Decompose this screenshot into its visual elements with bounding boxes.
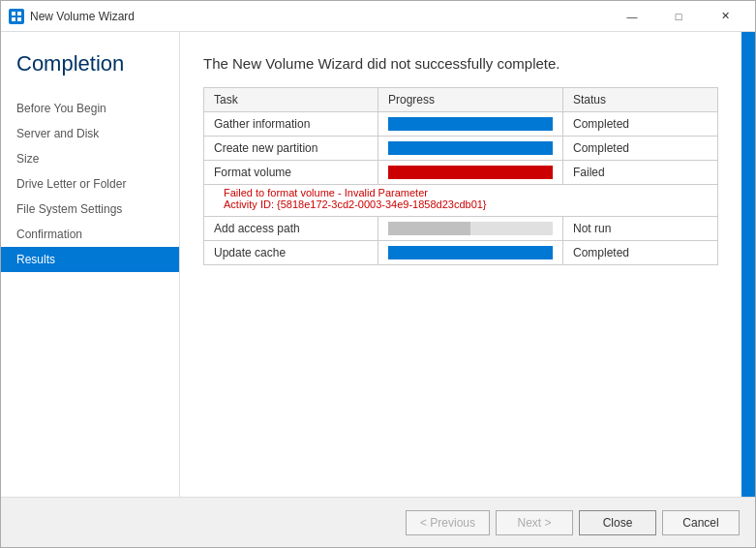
progress-cell (378, 161, 563, 185)
minimize-button[interactable]: — (610, 2, 654, 31)
progress-bar-fill (388, 117, 553, 131)
progress-bar-container (388, 117, 553, 131)
task-cell: Gather information (204, 112, 378, 137)
progress-cell (378, 112, 563, 137)
footer: < Previous Next > Close Cancel (1, 497, 755, 547)
window: New Volume Wizard — □ ✕ Completion Befor… (0, 0, 756, 548)
progress-bar-container (388, 166, 553, 179)
status-cell: Failed (563, 161, 718, 185)
progress-bar-container (388, 141, 553, 155)
sidebar: Completion Before You Begin Server and D… (1, 32, 180, 497)
window-controls: — □ ✕ (610, 2, 747, 31)
table-row: Format volumeFailed (204, 161, 718, 185)
sidebar-item-file-system[interactable]: File System Settings (1, 197, 179, 222)
app-icon (9, 9, 24, 24)
sidebar-item-drive-letter[interactable]: Drive Letter or Folder (1, 171, 179, 197)
progress-bar-container (388, 222, 553, 235)
task-cell: Format volume (204, 161, 378, 185)
error-detail-row: Failed to format volume - Invalid Parame… (204, 185, 718, 217)
close-window-button[interactable]: ✕ (703, 2, 747, 31)
table-row: Create new partitionCompleted (204, 137, 718, 161)
progress-bar-fill (388, 246, 553, 259)
svg-rect-2 (12, 17, 15, 21)
previous-button[interactable]: < Previous (406, 510, 490, 535)
svg-rect-0 (12, 12, 15, 15)
close-button[interactable]: Close (579, 510, 656, 535)
col-progress: Progress (378, 88, 563, 112)
table-row: Update cacheCompleted (204, 241, 718, 265)
col-status: Status (563, 88, 718, 112)
status-cell: Not run (563, 217, 718, 241)
status-cell: Completed (563, 241, 718, 265)
progress-cell (378, 217, 563, 241)
sidebar-item-confirmation[interactable]: Confirmation (1, 222, 179, 247)
sidebar-page-title: Completion (1, 51, 179, 96)
next-button[interactable]: Next > (496, 510, 573, 535)
col-task: Task (204, 88, 378, 112)
status-cell: Completed (563, 112, 718, 137)
sidebar-item-size[interactable]: Size (1, 146, 179, 171)
content-area: Completion Before You Begin Server and D… (1, 32, 755, 497)
progress-bar-fill (388, 166, 553, 179)
table-row: Gather informationCompleted (204, 112, 718, 137)
error-message-cell: Failed to format volume - Invalid Parame… (204, 185, 718, 217)
progress-bar-container (388, 246, 553, 259)
right-panel-strip (741, 32, 755, 497)
progress-cell (378, 137, 563, 161)
title-bar: New Volume Wizard — □ ✕ (1, 1, 755, 32)
progress-bar-fill (388, 141, 553, 155)
task-cell: Create new partition (204, 137, 378, 161)
sidebar-item-before-you-begin[interactable]: Before You Begin (1, 96, 179, 121)
task-cell: Update cache (204, 241, 378, 265)
cancel-button[interactable]: Cancel (662, 510, 740, 535)
maximize-button[interactable]: □ (656, 2, 701, 31)
progress-bar-fill (388, 222, 470, 235)
svg-rect-3 (17, 17, 21, 21)
window-title: New Volume Wizard (30, 10, 610, 23)
table-row: Add access pathNot run (204, 217, 718, 241)
sidebar-item-server-and-disk[interactable]: Server and Disk (1, 121, 179, 146)
progress-cell (378, 241, 563, 265)
sidebar-item-results[interactable]: Results (1, 247, 179, 272)
svg-rect-1 (17, 12, 21, 15)
results-table: Task Progress Status Gather informationC… (203, 87, 718, 265)
status-cell: Completed (563, 137, 718, 161)
task-cell: Add access path (204, 217, 378, 241)
main-content: The New Volume Wizard did not successful… (180, 32, 741, 497)
completion-message: The New Volume Wizard did not successful… (203, 55, 718, 72)
